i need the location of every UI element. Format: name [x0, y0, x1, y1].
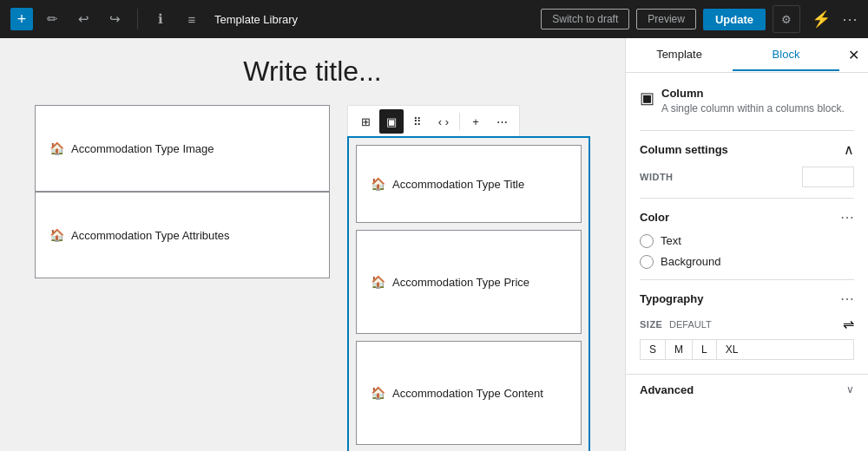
column-block-icon: ▣	[640, 88, 654, 108]
columns-icon-button[interactable]: ⊞	[353, 109, 378, 134]
sidebar-body: ▣ Column A single column within a column…	[626, 73, 868, 374]
home-icon: 🏠	[49, 141, 64, 155]
color-section-header: Color ⋯	[640, 209, 854, 226]
right-sidebar: Template Block ✕ ▣ Column A single colum…	[625, 38, 868, 451]
typography-size-row: SIZE DEFAULT ⇌	[640, 316, 854, 332]
accommodation-content-label: Accommodation Type Content	[392, 387, 543, 400]
home-icon-4: 🏠	[371, 275, 385, 289]
advanced-title: Advanced	[640, 383, 694, 396]
column-settings-header: Column settings ∧	[640, 141, 854, 158]
more-toolbar-button[interactable]: ⋯	[490, 109, 514, 134]
color-text-option[interactable]: Text	[640, 234, 854, 248]
size-default-label: DEFAULT	[669, 319, 712, 330]
divider-1	[640, 130, 854, 131]
typo-size-label-group: SIZE DEFAULT	[640, 317, 712, 330]
topbar: + ✏ ↩ ↪ ℹ ≡ Template Library Switch to d…	[0, 0, 868, 38]
background-color-radio[interactable]	[640, 255, 654, 269]
tab-template[interactable]: Template	[626, 39, 733, 71]
editor-layout: 🏠 Accommodation Type Image 🏠 Accommodati…	[35, 105, 590, 451]
size-xl-button[interactable]: XL	[717, 340, 747, 359]
tab-block[interactable]: Block	[733, 39, 839, 71]
drag-handle-button[interactable]: ⠿	[405, 109, 430, 134]
accommodation-price-label: Accommodation Type Price	[392, 276, 529, 289]
accommodation-attributes-block[interactable]: 🏠 Accommodation Type Attributes	[35, 192, 330, 278]
sidebar-close-button[interactable]: ✕	[839, 38, 868, 72]
home-icon-2: 🏠	[49, 228, 64, 242]
navigate-button[interactable]: ‹ ›	[431, 109, 456, 134]
accommodation-title-label: Accommodation Type Title	[392, 178, 524, 191]
color-title: Color	[640, 211, 669, 224]
left-column: 🏠 Accommodation Type Image 🏠 Accommodati…	[35, 105, 330, 451]
block-name: Column	[661, 87, 845, 100]
redo-button[interactable]: ↪	[102, 7, 127, 31]
accommodation-image-label: Accommodation Type Image	[71, 142, 214, 155]
edit-icon-button[interactable]: ✏	[40, 7, 64, 31]
block-info-text: Column A single column within a columns …	[661, 87, 845, 116]
home-icon-3: 🏠	[371, 177, 385, 191]
right-col-inner: 🏠 Accommodation Type Title 🏠 Accommodati…	[349, 138, 589, 451]
topbar-title: Template Library	[214, 13, 298, 26]
column-settings-toggle[interactable]: ∧	[844, 141, 854, 158]
color-options-button[interactable]: ⋯	[840, 209, 854, 226]
accommodation-price-block[interactable]: 🏠 Accommodation Type Price	[356, 230, 582, 334]
block-toolbar: ⊞ ▣ ⠿ ‹ › + ⋯	[347, 105, 520, 138]
size-label: SIZE	[640, 319, 662, 330]
color-background-option[interactable]: Background	[640, 255, 854, 269]
column-settings-title: Column settings	[640, 143, 728, 156]
accommodation-image-block[interactable]: 🏠 Accommodation Type Image	[35, 105, 330, 192]
typography-options-button[interactable]: ⋯	[840, 291, 854, 307]
text-color-label: Text	[661, 234, 681, 247]
advanced-chevron-icon: ∨	[846, 383, 854, 395]
size-l-button[interactable]: L	[693, 340, 717, 359]
settings-button[interactable]: ⚙	[773, 5, 800, 33]
preview-button[interactable]: Preview	[636, 9, 696, 29]
column-icon-button[interactable]: ▣	[379, 109, 404, 134]
width-input[interactable]	[802, 167, 854, 187]
accommodation-attributes-label: Accommodation Type Attributes	[71, 229, 230, 242]
list-view-button[interactable]: ≡	[180, 7, 204, 31]
background-color-label: Background	[661, 255, 720, 268]
switch-draft-button[interactable]: Switch to draft	[541, 9, 629, 29]
block-desc: A single column within a columns block.	[661, 101, 845, 116]
more-options-button[interactable]: ⋯	[842, 10, 858, 29]
toolbar-separator	[459, 113, 460, 130]
typography-sliders-button[interactable]: ⇌	[843, 316, 854, 332]
add-item-button[interactable]: +	[464, 109, 488, 134]
page-title[interactable]: Write title...	[35, 56, 590, 88]
topbar-separator	[137, 9, 138, 29]
size-buttons-group: S M L XL	[640, 339, 854, 360]
size-s-button[interactable]: S	[641, 340, 666, 359]
accommodation-content-block[interactable]: 🏠 Accommodation Type Content	[356, 341, 582, 445]
update-button[interactable]: Update	[703, 9, 766, 30]
advanced-section-header[interactable]: Advanced ∨	[626, 374, 868, 405]
main-area: Write title... 🏠 Accommodation Type Imag…	[0, 38, 868, 451]
typography-section-header: Typography ⋯	[640, 291, 854, 307]
width-setting-row: WIDTH	[640, 167, 854, 187]
divider-3	[640, 279, 854, 280]
divider-2	[640, 198, 854, 199]
typography-title: Typography	[640, 292, 703, 305]
right-column-wrapper: ⊞ ▣ ⠿ ‹ › + ⋯ 🏠 Accommodation Type Title	[347, 136, 590, 451]
topbar-right-actions: Switch to draft Preview Update ⚙ ⚡ ⋯	[541, 5, 858, 33]
accommodation-title-block[interactable]: 🏠 Accommodation Type Title	[356, 145, 582, 223]
size-m-button[interactable]: M	[666, 340, 693, 359]
right-column[interactable]: 🏠 Accommodation Type Title 🏠 Accommodati…	[347, 136, 590, 451]
editor-area: Write title... 🏠 Accommodation Type Imag…	[0, 38, 625, 451]
info-button[interactable]: ℹ	[148, 7, 173, 31]
text-color-radio[interactable]	[640, 234, 654, 248]
undo-button[interactable]: ↩	[71, 7, 95, 31]
home-icon-5: 🏠	[371, 386, 385, 400]
width-label: WIDTH	[640, 172, 674, 182]
lightning-button[interactable]: ⚡	[807, 5, 835, 33]
add-block-button[interactable]: +	[10, 8, 33, 30]
block-info: ▣ Column A single column within a column…	[640, 87, 854, 116]
sidebar-tabs-container: Template Block ✕	[626, 38, 868, 73]
